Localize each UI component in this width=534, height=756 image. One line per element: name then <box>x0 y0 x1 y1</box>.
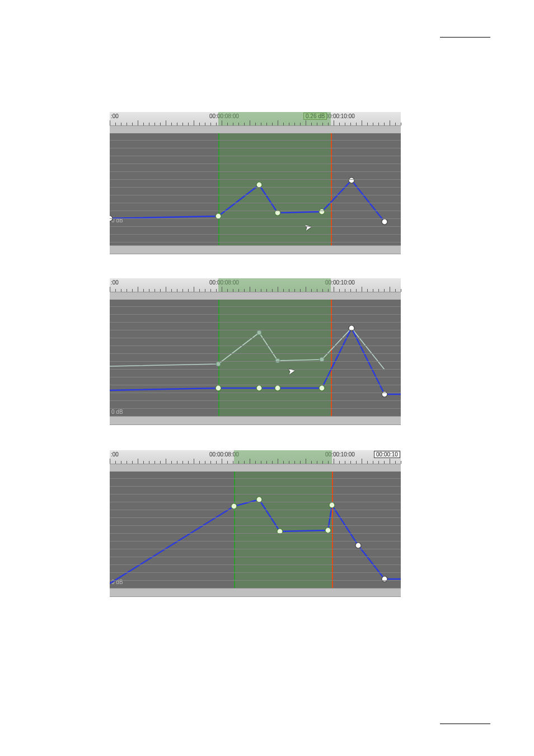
automation-curve[interactable] <box>110 300 401 416</box>
automation-track-area[interactable]: 0 dB <box>110 472 401 588</box>
strip-area <box>110 245 401 254</box>
svg-point-7 <box>216 362 221 366</box>
automation-curve[interactable] <box>110 472 401 588</box>
svg-point-3 <box>319 209 325 214</box>
strip-area <box>110 416 401 425</box>
strip-area <box>110 588 401 597</box>
svg-point-6 <box>382 219 387 225</box>
svg-point-12 <box>256 385 262 391</box>
svg-point-13 <box>275 385 280 391</box>
svg-point-22 <box>355 543 361 548</box>
svg-point-14 <box>319 385 325 391</box>
automation-lane-1[interactable]: :00 00:00:08:00 00:00:10:00 0.26 dB 0 dB… <box>110 112 401 253</box>
svg-point-23 <box>382 576 387 582</box>
ruler-ticks <box>110 120 401 125</box>
svg-point-5 <box>349 178 354 183</box>
automation-lane-3[interactable]: :00 00:00:08:00 00:00:10:00 00:00:10 0 d… <box>110 450 401 596</box>
page-rule-bottom <box>440 724 490 724</box>
ruler-label: :00 <box>111 451 119 458</box>
ruler-label: :00 <box>111 113 119 119</box>
time-ruler[interactable]: :00 00:00:08:00 00:00:10:00 00:00:10 <box>110 450 401 464</box>
svg-point-11 <box>216 385 221 391</box>
automation-lane-2[interactable]: :00 00:00:08:00 00:00:10:00 0 dB ➤ <box>110 278 401 424</box>
ruler-ticks <box>110 458 401 464</box>
time-ruler[interactable]: :00 00:00:08:00 00:00:10:00 <box>110 278 401 292</box>
svg-point-21 <box>329 502 335 508</box>
svg-point-8 <box>257 330 261 335</box>
time-ruler[interactable]: :00 00:00:08:00 00:00:10:00 0.26 dB <box>110 112 401 126</box>
automation-curve[interactable] <box>110 133 401 245</box>
page-rule-top <box>440 37 490 38</box>
svg-point-20 <box>325 528 331 533</box>
automation-track-area[interactable]: 0 dB ➤ <box>110 133 401 245</box>
svg-point-9 <box>275 358 280 363</box>
svg-point-17 <box>231 503 237 509</box>
automation-track-area[interactable]: 0 dB ➤ <box>110 300 401 416</box>
time-tooltip: 00:00:10 <box>374 451 400 458</box>
ruler-label: :00 <box>111 279 119 286</box>
ruler-ticks <box>110 286 401 292</box>
